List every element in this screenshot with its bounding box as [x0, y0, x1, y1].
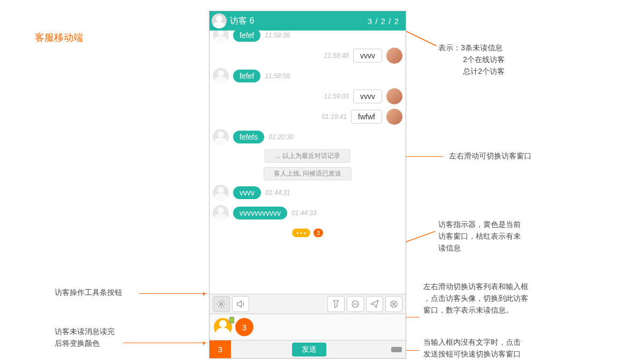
avatar-icon — [386, 88, 402, 104]
msg-ts: 01:19:41 — [322, 113, 347, 120]
annot-line: 窗口，数字表示未读信息。 — [423, 304, 528, 316]
annot-indicator: 访客指示器，黄色是当前 访客窗口，桔红表示有未 读信息 — [438, 218, 521, 254]
avatar-icon — [213, 205, 229, 221]
msg-row: fwfwf 01:19:41 — [213, 109, 402, 125]
visitor-avatar-current[interactable] — [214, 318, 232, 336]
page-title: 客服移动端 — [35, 31, 83, 44]
msg-bubble: fefefs — [233, 131, 264, 143]
msg-bubble: fwfwf — [351, 110, 382, 124]
block-icon[interactable] — [347, 296, 364, 312]
system-message: 客人上线, 问候语已发送 — [264, 167, 352, 180]
avatar-icon — [213, 31, 229, 43]
drag-handle[interactable] — [387, 340, 406, 358]
online-corner-icon — [229, 317, 234, 323]
msg-row: vvvv 11:59:03 — [213, 88, 402, 104]
visitor-avatar-icon — [212, 13, 227, 28]
annot-strip: 左右滑动切换访客列表和输入框 ，点击访客头像，切换到此访客 窗口，数字表示未读信… — [423, 280, 528, 316]
annot-line: 后将变换颜色 — [55, 337, 115, 349]
annot-line: 2个在线访客 — [438, 54, 505, 65]
settings-gear-icon[interactable] — [213, 296, 230, 312]
avatar-icon — [386, 109, 402, 125]
annot-line: 当输入框内没有文字时，点击 — [423, 336, 521, 348]
annot-line: 左右滑动切换访客列表和输入框 — [423, 280, 528, 292]
bottom-bar: 3 发送 — [210, 340, 406, 358]
avatar-icon — [213, 185, 229, 201]
msg-bubble: vvvv — [353, 89, 382, 103]
avatar-icon — [386, 48, 402, 64]
msg-ts: 11:58:58 — [265, 72, 290, 80]
annot-line: 发送按钮可快速切换访客窗口 — [423, 348, 521, 360]
msg-ts: 01:44:31 — [265, 189, 290, 196]
msg-ts: 01:44:33 — [291, 209, 317, 217]
flashlight-icon[interactable] — [327, 296, 345, 312]
msg-bubble: fefef — [233, 31, 260, 42]
msg-row: fefef 11:58:36 — [213, 31, 402, 43]
phone-frame: 访客 6 3 / 2 / 2 fefef 11:58:36 vvvv 11:58… — [209, 11, 406, 359]
msg-bubble: vvvv — [233, 186, 261, 199]
msg-bubble: fefef — [233, 70, 260, 82]
msg-ts: 11:58:48 — [324, 52, 349, 59]
annot-swipe: 左右滑动可切换访客窗口 — [449, 150, 532, 162]
avatar-icon — [213, 68, 229, 84]
input-area[interactable]: 发送 — [231, 340, 387, 358]
msg-row: vvvv 01:44:31 — [213, 185, 402, 201]
msg-row: vvvv 11:58:48 — [213, 48, 402, 64]
visitor-toolbar — [210, 294, 406, 314]
annot-line: 访客窗口，桔红表示有未 — [438, 230, 521, 242]
annot-toolbar: 访客操作工具条按钮 — [55, 286, 122, 298]
chat-header: 访客 6 3 / 2 / 2 — [210, 11, 406, 31]
annot-line: ，点击访客头像，切换到此访客 — [423, 292, 528, 304]
annot-color: 访客未读消息读完 后将变换颜色 — [55, 325, 115, 349]
svg-point-4 — [220, 303, 223, 306]
annot-counts: 表示：3条未读信息 2个在线访客 总计2个访客 — [438, 42, 505, 77]
sound-icon[interactable] — [232, 296, 249, 312]
visitor-list-strip[interactable]: 3 — [210, 314, 406, 340]
send-plane-icon[interactable] — [366, 296, 383, 312]
chat-scroll[interactable]: fefef 11:58:36 vvvv 11:58:48 fefef 11:58… — [210, 31, 406, 294]
msg-row: vvvvvvvvvvv 01:44:33 — [213, 205, 402, 221]
send-button[interactable]: 发送 — [292, 343, 326, 357]
visitor-indicators[interactable]: • • • 3 — [292, 229, 323, 237]
annot-line: 读信息 — [438, 242, 521, 254]
msg-bubble: vvvv — [353, 49, 382, 63]
indicator-current[interactable]: • • • — [292, 229, 310, 237]
indicator-unread[interactable]: 3 — [313, 229, 323, 237]
annot-line: 总计2个访客 — [438, 65, 505, 77]
avatar-icon — [213, 129, 229, 145]
annot-line: 表示：3条未读信息 — [438, 42, 505, 54]
msg-ts: 01:20:30 — [268, 133, 294, 141]
annot-send: 当输入框内没有文字时，点击 发送按钮可快速切换访客窗口 — [423, 336, 521, 360]
msg-ts: 11:58:36 — [265, 32, 290, 39]
visitor-name: 访客 6 — [230, 16, 368, 27]
msg-ts: 11:59:03 — [324, 93, 349, 100]
visitor-unread-count: 3 — [242, 323, 246, 332]
msg-row: fefefs 01:20:30 — [213, 129, 402, 145]
close-icon[interactable] — [385, 296, 402, 312]
header-counts: 3 / 2 / 2 — [368, 17, 399, 26]
annot-line: 访客指示器，黄色是当前 — [438, 218, 521, 230]
bottom-unread-badge[interactable]: 3 — [210, 340, 231, 358]
annot-line: 访客未读消息读完 — [55, 325, 115, 337]
msg-row: fefef 11:58:58 — [213, 68, 402, 84]
msg-bubble: vvvvvvvvvvv — [233, 207, 287, 219]
system-message: ... 以上为最近对话记录 — [265, 149, 350, 163]
visitor-avatar-unread[interactable]: 3 — [235, 318, 253, 336]
